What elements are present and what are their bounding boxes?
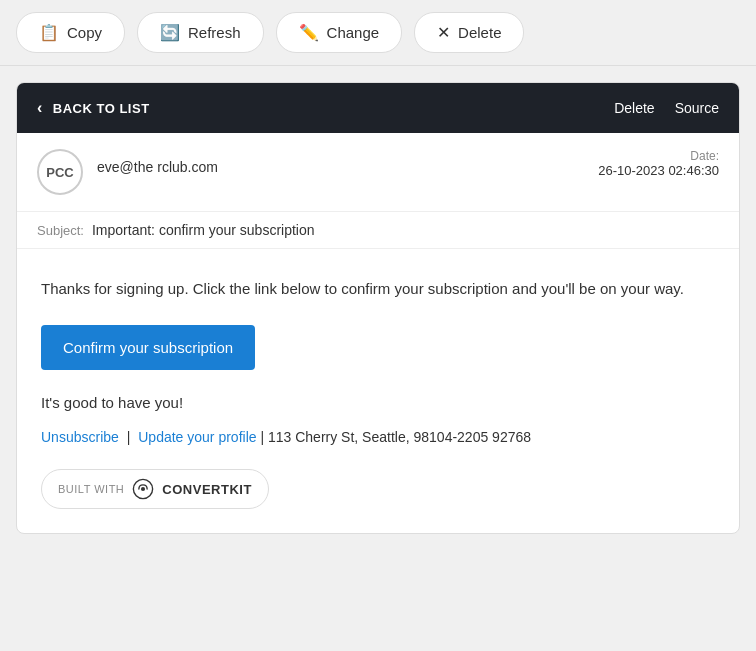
copy-icon: 📋 — [39, 23, 59, 42]
convertkit-logo-icon — [132, 478, 154, 500]
header-actions: Delete Source — [614, 100, 719, 116]
change-label: Change — [327, 24, 380, 41]
unsubscribe-link[interactable]: Unsubscribe — [41, 429, 119, 445]
date-value: 26-10-2023 02:46:30 — [598, 163, 719, 178]
toolbar: 📋 Copy 🔄 Refresh ✏️ Change ✕ Delete — [0, 0, 756, 66]
copy-button[interactable]: 📋 Copy — [16, 12, 125, 53]
back-to-list-label: BACK TO LIST — [53, 101, 150, 116]
delete-button[interactable]: ✕ Delete — [414, 12, 524, 53]
copy-label: Copy — [67, 24, 102, 41]
good-to-have-text: It's good to have you! — [41, 394, 715, 411]
subject-value: Important: confirm your subscription — [92, 222, 315, 238]
email-viewer: ‹ BACK TO LIST Delete Source PCC eve@the… — [16, 82, 740, 534]
convertkit-badge: BUILT WITH ConvertKit — [41, 469, 269, 509]
email-source-button[interactable]: Source — [675, 100, 719, 116]
email-delete-button[interactable]: Delete — [614, 100, 654, 116]
footer-separator-1: | — [127, 429, 135, 445]
from-name: eve@the — [97, 159, 153, 175]
refresh-button[interactable]: 🔄 Refresh — [137, 12, 264, 53]
confirm-subscription-button[interactable]: Confirm your subscription — [41, 325, 255, 370]
email-date-info: Date: 26-10-2023 02:46:30 — [598, 149, 719, 178]
back-to-list-button[interactable]: ‹ BACK TO LIST — [37, 99, 150, 117]
update-profile-link[interactable]: Update your profile — [138, 429, 256, 445]
email-meta: PCC eve@the rclub.com Date: 26-10-2023 0… — [17, 133, 739, 212]
refresh-label: Refresh — [188, 24, 241, 41]
email-header-bar: ‹ BACK TO LIST Delete Source — [17, 83, 739, 133]
email-intro-text: Thanks for signing up. Click the link be… — [41, 277, 715, 301]
svg-point-1 — [141, 487, 145, 491]
refresh-icon: 🔄 — [160, 23, 180, 42]
email-body: Thanks for signing up. Click the link be… — [17, 249, 739, 533]
date-label: Date: — [598, 149, 719, 163]
delete-label: Delete — [458, 24, 501, 41]
footer-address: | 113 Cherry St, Seattle, 98104-2205 927… — [260, 429, 531, 445]
back-chevron-icon: ‹ — [37, 99, 43, 117]
email-subject-row: Subject: Important: confirm your subscri… — [17, 212, 739, 249]
delete-icon: ✕ — [437, 23, 450, 42]
avatar: PCC — [37, 149, 83, 195]
built-with-label: BUILT WITH — [58, 483, 124, 495]
change-button[interactable]: ✏️ Change — [276, 12, 403, 53]
change-icon: ✏️ — [299, 23, 319, 42]
footer-links: Unsubscribe | Update your profile | 113 … — [41, 429, 715, 445]
subject-label: Subject: — [37, 223, 84, 238]
email-from-info: eve@the rclub.com — [97, 149, 584, 175]
convertkit-brand-name: ConvertKit — [162, 482, 252, 497]
from-domain: rclub.com — [157, 159, 218, 175]
